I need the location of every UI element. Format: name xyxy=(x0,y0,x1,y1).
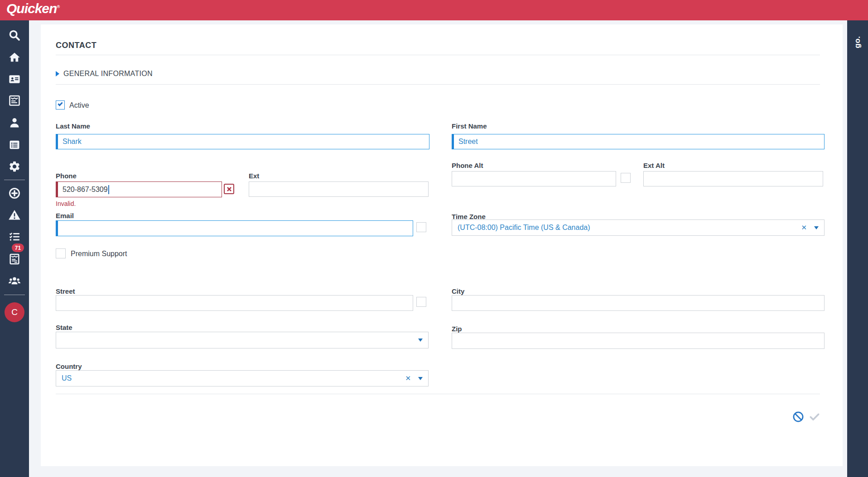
list-icon[interactable] xyxy=(8,138,21,152)
section-title: GENERAL INFORMATION xyxy=(63,70,153,78)
state-select[interactable] xyxy=(56,332,429,348)
phone-label: Phone xyxy=(56,172,77,180)
news-icon[interactable] xyxy=(8,94,21,107)
street-label: Street xyxy=(56,287,75,295)
save-button[interactable] xyxy=(808,410,821,423)
active-checkbox[interactable] xyxy=(56,100,65,110)
phone-error-text: Invalid. xyxy=(56,200,76,207)
cancel-button[interactable] xyxy=(792,410,805,423)
search-icon[interactable] xyxy=(8,29,21,42)
ext-alt-input[interactable] xyxy=(643,171,823,186)
premium-support-label: Premium Support xyxy=(71,250,127,258)
contact-panel: CONTACT GENERAL INFORMATION Active Last … xyxy=(41,24,843,466)
divider xyxy=(56,394,820,394)
sidebar-divider xyxy=(4,295,25,295)
dropdown-arrow-icon[interactable] xyxy=(418,339,423,342)
phone-alt-input[interactable] xyxy=(452,171,616,186)
right-rail: go. xyxy=(847,20,868,477)
chevron-right-icon xyxy=(56,71,59,76)
email-label: Email xyxy=(56,212,74,219)
home-icon[interactable] xyxy=(8,51,21,64)
page-title: CONTACT xyxy=(56,41,96,50)
street-input[interactable] xyxy=(56,295,413,311)
phone-clear-button[interactable] xyxy=(224,184,234,194)
city-label: City xyxy=(452,287,464,295)
registered-mark: ® xyxy=(57,5,59,9)
dropdown-arrow-icon[interactable] xyxy=(418,377,423,380)
divider xyxy=(56,84,820,85)
zip-input[interactable] xyxy=(452,333,825,349)
user-icon[interactable] xyxy=(8,116,21,129)
text-caret xyxy=(108,185,109,194)
go-brand-tab[interactable]: go. xyxy=(853,32,862,52)
check-icon xyxy=(58,101,63,106)
clear-icon[interactable]: ✕ xyxy=(801,224,807,232)
country-select[interactable]: US ✕ xyxy=(56,370,429,386)
left-sidebar: 71 C xyxy=(0,20,29,477)
first-name-input[interactable]: Street xyxy=(452,134,825,149)
zip-label: Zip xyxy=(452,325,462,333)
notification-badge: 71 xyxy=(12,243,24,252)
phone-alt-label: Phone Alt xyxy=(452,162,483,169)
first-name-label: First Name xyxy=(452,122,487,130)
forms-icon[interactable] xyxy=(8,252,21,266)
plus-circle-icon[interactable] xyxy=(8,186,21,200)
email-input[interactable] xyxy=(56,220,413,236)
ext-input[interactable] xyxy=(249,181,429,197)
email-checkbox[interactable] xyxy=(416,222,426,232)
address-card-icon[interactable] xyxy=(8,72,21,86)
people-icon[interactable] xyxy=(8,274,21,287)
time-zone-select[interactable]: (UTC-08:00) Pacific Time (US & Canada) ✕ xyxy=(452,219,825,236)
last-name-label: Last Name xyxy=(56,122,90,130)
street-checkbox[interactable] xyxy=(416,297,426,307)
sidebar-divider xyxy=(4,180,25,180)
ext-label: Ext xyxy=(249,172,259,180)
app-header: Quicken® xyxy=(0,0,868,20)
state-label: State xyxy=(56,324,72,331)
premium-support-checkbox[interactable] xyxy=(56,248,66,258)
quicken-logo[interactable]: Quicken® xyxy=(6,1,59,16)
general-information-toggle[interactable]: GENERAL INFORMATION xyxy=(56,70,153,78)
divider xyxy=(56,55,820,55)
active-label: Active xyxy=(69,101,89,110)
dropdown-arrow-icon[interactable] xyxy=(814,226,819,229)
ext-alt-label: Ext Alt xyxy=(643,162,665,169)
phone-alt-checkbox[interactable] xyxy=(621,173,631,183)
gear-icon[interactable] xyxy=(8,160,21,173)
checklist-icon[interactable] xyxy=(8,230,21,243)
last-name-input[interactable]: Shark xyxy=(56,134,429,149)
clear-icon[interactable]: ✕ xyxy=(405,374,411,382)
warning-icon[interactable] xyxy=(8,208,21,222)
user-avatar[interactable]: C xyxy=(5,302,24,322)
city-input[interactable] xyxy=(452,295,825,311)
country-label: Country xyxy=(56,363,82,370)
phone-input[interactable]: 520-867-5309 xyxy=(56,181,222,197)
